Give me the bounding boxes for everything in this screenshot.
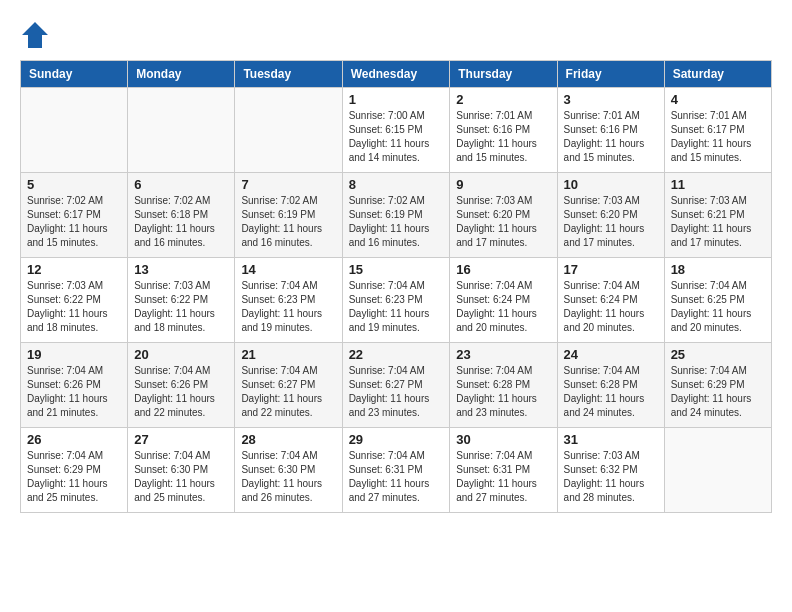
day-info: Sunrise: 7:00 AM Sunset: 6:15 PM Dayligh… xyxy=(349,109,444,165)
day-number: 26 xyxy=(27,432,121,447)
day-number: 11 xyxy=(671,177,765,192)
weekday-header: Saturday xyxy=(664,61,771,88)
calendar-cell: 1Sunrise: 7:00 AM Sunset: 6:15 PM Daylig… xyxy=(342,88,450,173)
day-number: 12 xyxy=(27,262,121,277)
day-number: 7 xyxy=(241,177,335,192)
day-number: 30 xyxy=(456,432,550,447)
day-info: Sunrise: 7:03 AM Sunset: 6:21 PM Dayligh… xyxy=(671,194,765,250)
day-info: Sunrise: 7:04 AM Sunset: 6:26 PM Dayligh… xyxy=(27,364,121,420)
calendar-cell: 14Sunrise: 7:04 AM Sunset: 6:23 PM Dayli… xyxy=(235,258,342,343)
calendar-cell: 4Sunrise: 7:01 AM Sunset: 6:17 PM Daylig… xyxy=(664,88,771,173)
day-number: 5 xyxy=(27,177,121,192)
day-number: 24 xyxy=(564,347,658,362)
day-number: 29 xyxy=(349,432,444,447)
day-number: 18 xyxy=(671,262,765,277)
day-number: 3 xyxy=(564,92,658,107)
day-number: 17 xyxy=(564,262,658,277)
day-number: 25 xyxy=(671,347,765,362)
day-number: 31 xyxy=(564,432,658,447)
day-info: Sunrise: 7:04 AM Sunset: 6:26 PM Dayligh… xyxy=(134,364,228,420)
calendar-cell: 9Sunrise: 7:03 AM Sunset: 6:20 PM Daylig… xyxy=(450,173,557,258)
day-info: Sunrise: 7:04 AM Sunset: 6:23 PM Dayligh… xyxy=(241,279,335,335)
calendar-cell: 13Sunrise: 7:03 AM Sunset: 6:22 PM Dayli… xyxy=(128,258,235,343)
day-info: Sunrise: 7:04 AM Sunset: 6:27 PM Dayligh… xyxy=(241,364,335,420)
day-number: 16 xyxy=(456,262,550,277)
calendar-week-row: 1Sunrise: 7:00 AM Sunset: 6:15 PM Daylig… xyxy=(21,88,772,173)
day-number: 20 xyxy=(134,347,228,362)
day-number: 19 xyxy=(27,347,121,362)
day-info: Sunrise: 7:02 AM Sunset: 6:19 PM Dayligh… xyxy=(349,194,444,250)
calendar-week-row: 26Sunrise: 7:04 AM Sunset: 6:29 PM Dayli… xyxy=(21,428,772,513)
logo-icon xyxy=(20,20,50,50)
day-number: 6 xyxy=(134,177,228,192)
day-info: Sunrise: 7:03 AM Sunset: 6:22 PM Dayligh… xyxy=(27,279,121,335)
day-info: Sunrise: 7:01 AM Sunset: 6:16 PM Dayligh… xyxy=(456,109,550,165)
day-info: Sunrise: 7:04 AM Sunset: 6:23 PM Dayligh… xyxy=(349,279,444,335)
calendar-cell: 24Sunrise: 7:04 AM Sunset: 6:28 PM Dayli… xyxy=(557,343,664,428)
day-number: 15 xyxy=(349,262,444,277)
day-info: Sunrise: 7:04 AM Sunset: 6:28 PM Dayligh… xyxy=(456,364,550,420)
day-info: Sunrise: 7:04 AM Sunset: 6:31 PM Dayligh… xyxy=(349,449,444,505)
day-info: Sunrise: 7:01 AM Sunset: 6:17 PM Dayligh… xyxy=(671,109,765,165)
logo xyxy=(20,20,54,50)
day-info: Sunrise: 7:04 AM Sunset: 6:30 PM Dayligh… xyxy=(134,449,228,505)
weekday-header: Wednesday xyxy=(342,61,450,88)
day-info: Sunrise: 7:04 AM Sunset: 6:29 PM Dayligh… xyxy=(27,449,121,505)
day-info: Sunrise: 7:03 AM Sunset: 6:20 PM Dayligh… xyxy=(456,194,550,250)
calendar-cell: 23Sunrise: 7:04 AM Sunset: 6:28 PM Dayli… xyxy=(450,343,557,428)
day-number: 8 xyxy=(349,177,444,192)
calendar-cell: 16Sunrise: 7:04 AM Sunset: 6:24 PM Dayli… xyxy=(450,258,557,343)
calendar-cell xyxy=(235,88,342,173)
day-number: 21 xyxy=(241,347,335,362)
calendar-cell: 21Sunrise: 7:04 AM Sunset: 6:27 PM Dayli… xyxy=(235,343,342,428)
calendar-cell: 22Sunrise: 7:04 AM Sunset: 6:27 PM Dayli… xyxy=(342,343,450,428)
calendar-header-row: SundayMondayTuesdayWednesdayThursdayFrid… xyxy=(21,61,772,88)
day-info: Sunrise: 7:03 AM Sunset: 6:32 PM Dayligh… xyxy=(564,449,658,505)
calendar-cell: 10Sunrise: 7:03 AM Sunset: 6:20 PM Dayli… xyxy=(557,173,664,258)
day-info: Sunrise: 7:02 AM Sunset: 6:19 PM Dayligh… xyxy=(241,194,335,250)
weekday-header: Thursday xyxy=(450,61,557,88)
day-info: Sunrise: 7:04 AM Sunset: 6:25 PM Dayligh… xyxy=(671,279,765,335)
calendar-cell: 5Sunrise: 7:02 AM Sunset: 6:17 PM Daylig… xyxy=(21,173,128,258)
weekday-header: Tuesday xyxy=(235,61,342,88)
day-info: Sunrise: 7:04 AM Sunset: 6:31 PM Dayligh… xyxy=(456,449,550,505)
calendar-cell: 15Sunrise: 7:04 AM Sunset: 6:23 PM Dayli… xyxy=(342,258,450,343)
calendar-cell: 31Sunrise: 7:03 AM Sunset: 6:32 PM Dayli… xyxy=(557,428,664,513)
weekday-header: Sunday xyxy=(21,61,128,88)
calendar-week-row: 12Sunrise: 7:03 AM Sunset: 6:22 PM Dayli… xyxy=(21,258,772,343)
calendar-cell xyxy=(128,88,235,173)
calendar-cell: 27Sunrise: 7:04 AM Sunset: 6:30 PM Dayli… xyxy=(128,428,235,513)
day-info: Sunrise: 7:04 AM Sunset: 6:29 PM Dayligh… xyxy=(671,364,765,420)
day-info: Sunrise: 7:02 AM Sunset: 6:17 PM Dayligh… xyxy=(27,194,121,250)
calendar-cell: 12Sunrise: 7:03 AM Sunset: 6:22 PM Dayli… xyxy=(21,258,128,343)
calendar-cell: 2Sunrise: 7:01 AM Sunset: 6:16 PM Daylig… xyxy=(450,88,557,173)
day-number: 27 xyxy=(134,432,228,447)
calendar-week-row: 5Sunrise: 7:02 AM Sunset: 6:17 PM Daylig… xyxy=(21,173,772,258)
day-info: Sunrise: 7:04 AM Sunset: 6:28 PM Dayligh… xyxy=(564,364,658,420)
day-number: 4 xyxy=(671,92,765,107)
calendar-cell: 6Sunrise: 7:02 AM Sunset: 6:18 PM Daylig… xyxy=(128,173,235,258)
day-info: Sunrise: 7:04 AM Sunset: 6:30 PM Dayligh… xyxy=(241,449,335,505)
day-number: 23 xyxy=(456,347,550,362)
day-info: Sunrise: 7:04 AM Sunset: 6:24 PM Dayligh… xyxy=(456,279,550,335)
calendar-cell: 18Sunrise: 7:04 AM Sunset: 6:25 PM Dayli… xyxy=(664,258,771,343)
calendar-cell: 7Sunrise: 7:02 AM Sunset: 6:19 PM Daylig… xyxy=(235,173,342,258)
calendar-cell: 8Sunrise: 7:02 AM Sunset: 6:19 PM Daylig… xyxy=(342,173,450,258)
weekday-header: Friday xyxy=(557,61,664,88)
calendar-cell: 20Sunrise: 7:04 AM Sunset: 6:26 PM Dayli… xyxy=(128,343,235,428)
weekday-header: Monday xyxy=(128,61,235,88)
day-info: Sunrise: 7:02 AM Sunset: 6:18 PM Dayligh… xyxy=(134,194,228,250)
calendar-cell: 3Sunrise: 7:01 AM Sunset: 6:16 PM Daylig… xyxy=(557,88,664,173)
day-number: 10 xyxy=(564,177,658,192)
day-info: Sunrise: 7:04 AM Sunset: 6:24 PM Dayligh… xyxy=(564,279,658,335)
day-number: 2 xyxy=(456,92,550,107)
page-header xyxy=(20,20,772,50)
svg-marker-0 xyxy=(22,22,48,48)
day-number: 9 xyxy=(456,177,550,192)
day-number: 13 xyxy=(134,262,228,277)
day-info: Sunrise: 7:04 AM Sunset: 6:27 PM Dayligh… xyxy=(349,364,444,420)
calendar: SundayMondayTuesdayWednesdayThursdayFrid… xyxy=(20,60,772,513)
calendar-cell xyxy=(664,428,771,513)
day-number: 1 xyxy=(349,92,444,107)
calendar-cell: 19Sunrise: 7:04 AM Sunset: 6:26 PM Dayli… xyxy=(21,343,128,428)
